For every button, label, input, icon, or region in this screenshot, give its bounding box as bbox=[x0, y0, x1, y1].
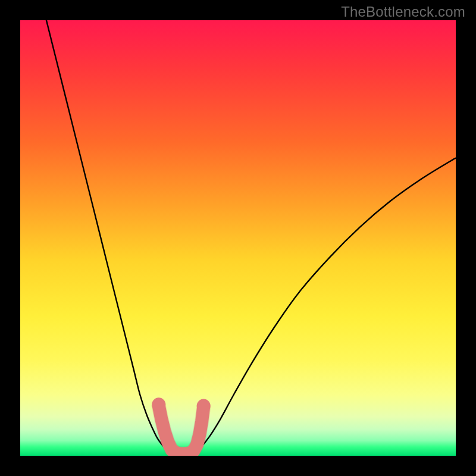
curve-left bbox=[46, 20, 171, 452]
valley-marker bbox=[152, 397, 210, 453]
frame: TheBottleneck.com bbox=[0, 0, 476, 476]
chart-svg bbox=[20, 20, 456, 456]
valley-marker-end-right bbox=[197, 399, 211, 413]
watermark-text: TheBottleneck.com bbox=[341, 4, 465, 20]
curve-right bbox=[195, 158, 456, 452]
valley-marker-end-left bbox=[152, 397, 165, 411]
plot-area bbox=[20, 20, 456, 456]
